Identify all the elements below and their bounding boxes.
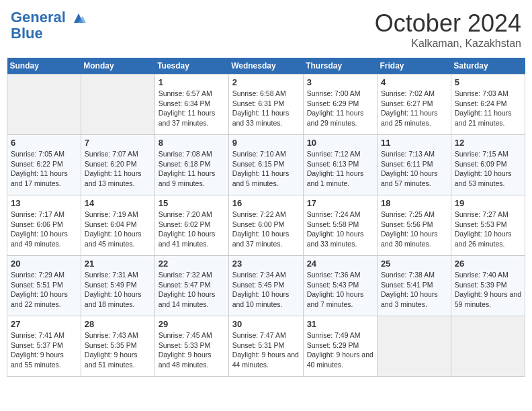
day-info: Sunrise: 7:47 AMSunset: 5:31 PMDaylight:… xyxy=(232,330,300,370)
day-number: 23 xyxy=(232,259,300,269)
day-info: Sunrise: 7:10 AMSunset: 6:15 PMDaylight:… xyxy=(232,149,300,189)
weekday-sunday: Sunday xyxy=(7,58,81,75)
day-number: 20 xyxy=(11,259,77,269)
week-row-4: 20Sunrise: 7:29 AMSunset: 5:51 PMDayligh… xyxy=(7,256,525,316)
day-number: 14 xyxy=(85,198,151,208)
day-info: Sunrise: 7:22 AMSunset: 6:00 PMDaylight:… xyxy=(232,210,300,249)
day-cell: 8Sunrise: 7:08 AMSunset: 6:18 PMDaylight… xyxy=(154,135,228,195)
day-number: 16 xyxy=(232,198,300,208)
day-number: 25 xyxy=(381,259,447,269)
day-cell: 1Sunrise: 6:57 AMSunset: 6:34 PMDaylight… xyxy=(154,75,228,135)
week-row-3: 13Sunrise: 7:17 AMSunset: 6:06 PMDayligh… xyxy=(7,195,525,256)
day-number: 28 xyxy=(85,319,151,329)
day-cell xyxy=(81,75,154,135)
weekday-saturday: Saturday xyxy=(451,58,525,75)
weekday-wednesday: Wednesday xyxy=(228,58,303,75)
day-info: Sunrise: 7:31 AMSunset: 5:49 PMDaylight:… xyxy=(85,270,151,310)
day-cell: 17Sunrise: 7:24 AMSunset: 5:58 PMDayligh… xyxy=(303,195,377,256)
day-cell: 21Sunrise: 7:31 AMSunset: 5:49 PMDayligh… xyxy=(81,256,154,316)
day-number: 13 xyxy=(11,198,77,208)
day-number: 12 xyxy=(455,138,521,148)
day-info: Sunrise: 7:29 AMSunset: 5:51 PMDaylight:… xyxy=(11,270,77,310)
weekday-tuesday: Tuesday xyxy=(154,58,228,75)
day-info: Sunrise: 7:08 AMSunset: 6:18 PMDaylight:… xyxy=(159,149,225,189)
week-row-1: 1Sunrise: 6:57 AMSunset: 6:34 PMDaylight… xyxy=(7,75,525,135)
calendar-table: SundayMondayTuesdayWednesdayThursdayFrid… xyxy=(7,58,525,377)
day-info: Sunrise: 7:12 AMSunset: 6:13 PMDaylight:… xyxy=(307,149,373,189)
day-number: 29 xyxy=(159,319,225,329)
day-cell: 2Sunrise: 6:58 AMSunset: 6:31 PMDaylight… xyxy=(228,75,303,135)
day-cell: 6Sunrise: 7:05 AMSunset: 6:22 PMDaylight… xyxy=(7,135,81,195)
day-number: 18 xyxy=(381,198,447,208)
logo: General Blue xyxy=(11,9,86,42)
day-info: Sunrise: 7:38 AMSunset: 5:41 PMDaylight:… xyxy=(381,270,447,310)
day-info: Sunrise: 7:36 AMSunset: 5:43 PMDaylight:… xyxy=(307,270,373,310)
day-cell: 18Sunrise: 7:25 AMSunset: 5:56 PMDayligh… xyxy=(377,195,451,256)
location: Kalkaman, Kazakhstan xyxy=(375,38,521,50)
day-cell: 27Sunrise: 7:41 AMSunset: 5:37 PMDayligh… xyxy=(7,316,81,377)
day-cell: 4Sunrise: 7:02 AMSunset: 6:27 PMDaylight… xyxy=(377,75,451,135)
day-info: Sunrise: 6:57 AMSunset: 6:34 PMDaylight:… xyxy=(159,89,225,128)
weekday-header-row: SundayMondayTuesdayWednesdayThursdayFrid… xyxy=(7,58,525,75)
month-title: October 2024 xyxy=(375,9,521,38)
day-info: Sunrise: 7:15 AMSunset: 6:09 PMDaylight:… xyxy=(455,149,521,189)
day-info: Sunrise: 7:02 AMSunset: 6:27 PMDaylight:… xyxy=(381,89,447,128)
day-cell: 24Sunrise: 7:36 AMSunset: 5:43 PMDayligh… xyxy=(303,256,377,316)
day-number: 19 xyxy=(455,198,521,208)
day-info: Sunrise: 7:41 AMSunset: 5:37 PMDaylight:… xyxy=(11,330,77,370)
day-info: Sunrise: 7:25 AMSunset: 5:56 PMDaylight:… xyxy=(381,210,447,249)
title-block: October 2024 Kalkaman, Kazakhstan xyxy=(375,9,521,50)
day-cell: 28Sunrise: 7:43 AMSunset: 5:35 PMDayligh… xyxy=(81,316,154,377)
day-info: Sunrise: 7:34 AMSunset: 5:45 PMDaylight:… xyxy=(232,270,300,310)
day-info: Sunrise: 7:17 AMSunset: 6:06 PMDaylight:… xyxy=(11,210,77,249)
weekday-monday: Monday xyxy=(81,58,154,75)
day-info: Sunrise: 7:07 AMSunset: 6:20 PMDaylight:… xyxy=(85,149,151,189)
day-info: Sunrise: 7:40 AMSunset: 5:39 PMDaylight:… xyxy=(455,270,521,310)
week-row-5: 27Sunrise: 7:41 AMSunset: 5:37 PMDayligh… xyxy=(7,316,525,377)
day-number: 17 xyxy=(307,198,373,208)
logo-general: General xyxy=(11,9,66,26)
day-number: 5 xyxy=(455,77,521,87)
day-info: Sunrise: 7:00 AMSunset: 6:29 PMDaylight:… xyxy=(307,89,373,128)
day-number: 2 xyxy=(232,77,300,87)
day-cell xyxy=(451,316,525,377)
day-info: Sunrise: 7:49 AMSunset: 5:29 PMDaylight:… xyxy=(307,330,373,370)
day-info: Sunrise: 7:05 AMSunset: 6:22 PMDaylight:… xyxy=(11,149,77,189)
day-number: 4 xyxy=(381,77,447,87)
day-cell: 16Sunrise: 7:22 AMSunset: 6:00 PMDayligh… xyxy=(228,195,303,256)
day-cell: 26Sunrise: 7:40 AMSunset: 5:39 PMDayligh… xyxy=(451,256,525,316)
day-number: 8 xyxy=(159,138,225,148)
day-cell: 12Sunrise: 7:15 AMSunset: 6:09 PMDayligh… xyxy=(451,135,525,195)
day-cell: 9Sunrise: 7:10 AMSunset: 6:15 PMDaylight… xyxy=(228,135,303,195)
day-info: Sunrise: 6:58 AMSunset: 6:31 PMDaylight:… xyxy=(232,89,300,128)
day-info: Sunrise: 7:03 AMSunset: 6:24 PMDaylight:… xyxy=(455,89,521,128)
day-info: Sunrise: 7:13 AMSunset: 6:11 PMDaylight:… xyxy=(381,149,447,189)
day-cell: 10Sunrise: 7:12 AMSunset: 6:13 PMDayligh… xyxy=(303,135,377,195)
page-header: General Blue October 2024 Kalkaman, Kaza… xyxy=(7,7,525,52)
day-cell xyxy=(377,316,451,377)
day-number: 31 xyxy=(307,319,373,329)
logo-text: General xyxy=(11,9,86,26)
day-number: 3 xyxy=(307,77,373,87)
day-number: 15 xyxy=(159,198,225,208)
day-number: 11 xyxy=(381,138,447,148)
day-cell: 19Sunrise: 7:27 AMSunset: 5:53 PMDayligh… xyxy=(451,195,525,256)
day-cell: 25Sunrise: 7:38 AMSunset: 5:41 PMDayligh… xyxy=(377,256,451,316)
logo-icon xyxy=(71,11,86,26)
day-info: Sunrise: 7:45 AMSunset: 5:33 PMDaylight:… xyxy=(159,330,225,370)
day-number: 7 xyxy=(85,138,151,148)
day-cell: 7Sunrise: 7:07 AMSunset: 6:20 PMDaylight… xyxy=(81,135,154,195)
day-cell: 14Sunrise: 7:19 AMSunset: 6:04 PMDayligh… xyxy=(81,195,154,256)
day-cell: 22Sunrise: 7:32 AMSunset: 5:47 PMDayligh… xyxy=(154,256,228,316)
logo-blue: Blue xyxy=(11,26,86,42)
day-info: Sunrise: 7:20 AMSunset: 6:02 PMDaylight:… xyxy=(159,210,225,249)
day-number: 21 xyxy=(85,259,151,269)
day-cell: 29Sunrise: 7:45 AMSunset: 5:33 PMDayligh… xyxy=(154,316,228,377)
day-info: Sunrise: 7:24 AMSunset: 5:58 PMDaylight:… xyxy=(307,210,373,249)
day-cell: 11Sunrise: 7:13 AMSunset: 6:11 PMDayligh… xyxy=(377,135,451,195)
day-cell: 13Sunrise: 7:17 AMSunset: 6:06 PMDayligh… xyxy=(7,195,81,256)
day-number: 24 xyxy=(307,259,373,269)
day-info: Sunrise: 7:19 AMSunset: 6:04 PMDaylight:… xyxy=(85,210,151,249)
day-number: 6 xyxy=(11,138,77,148)
day-number: 22 xyxy=(159,259,225,269)
